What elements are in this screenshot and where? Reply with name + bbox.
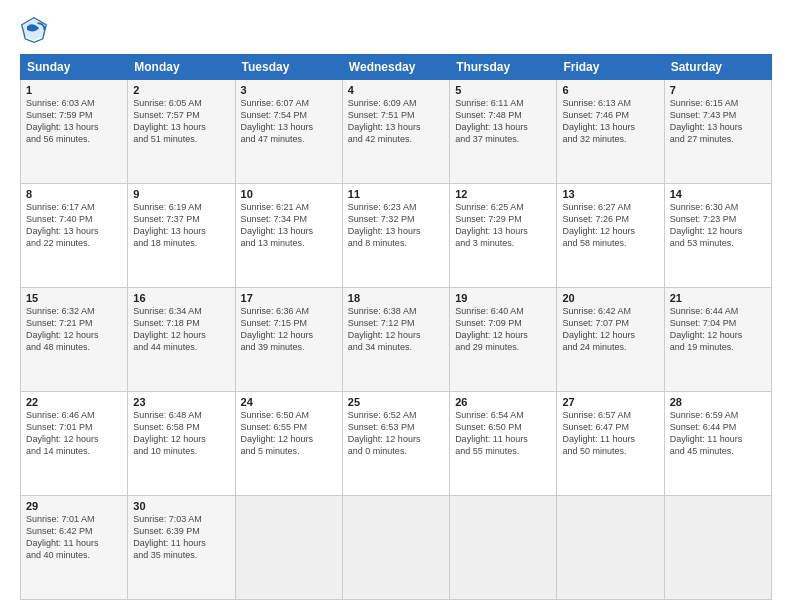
day-number: 29 (26, 500, 122, 512)
day-info: Sunrise: 6:30 AM Sunset: 7:23 PM Dayligh… (670, 201, 766, 250)
day-number: 27 (562, 396, 658, 408)
day-info: Sunrise: 7:03 AM Sunset: 6:39 PM Dayligh… (133, 513, 229, 562)
table-row (557, 496, 664, 600)
table-row: 23Sunrise: 6:48 AM Sunset: 6:58 PM Dayli… (128, 392, 235, 496)
day-info: Sunrise: 6:34 AM Sunset: 7:18 PM Dayligh… (133, 305, 229, 354)
day-number: 17 (241, 292, 337, 304)
day-info: Sunrise: 6:23 AM Sunset: 7:32 PM Dayligh… (348, 201, 444, 250)
table-row: 27Sunrise: 6:57 AM Sunset: 6:47 PM Dayli… (557, 392, 664, 496)
day-info: Sunrise: 6:03 AM Sunset: 7:59 PM Dayligh… (26, 97, 122, 146)
table-row (664, 496, 771, 600)
day-info: Sunrise: 6:09 AM Sunset: 7:51 PM Dayligh… (348, 97, 444, 146)
table-row: 13Sunrise: 6:27 AM Sunset: 7:26 PM Dayli… (557, 184, 664, 288)
day-info: Sunrise: 6:57 AM Sunset: 6:47 PM Dayligh… (562, 409, 658, 458)
col-saturday: Saturday (664, 55, 771, 80)
table-row: 24Sunrise: 6:50 AM Sunset: 6:55 PM Dayli… (235, 392, 342, 496)
day-number: 20 (562, 292, 658, 304)
day-number: 26 (455, 396, 551, 408)
day-number: 22 (26, 396, 122, 408)
day-number: 15 (26, 292, 122, 304)
day-info: Sunrise: 7:01 AM Sunset: 6:42 PM Dayligh… (26, 513, 122, 562)
day-info: Sunrise: 6:38 AM Sunset: 7:12 PM Dayligh… (348, 305, 444, 354)
table-row: 20Sunrise: 6:42 AM Sunset: 7:07 PM Dayli… (557, 288, 664, 392)
table-row: 19Sunrise: 6:40 AM Sunset: 7:09 PM Dayli… (450, 288, 557, 392)
day-info: Sunrise: 6:42 AM Sunset: 7:07 PM Dayligh… (562, 305, 658, 354)
calendar-week-row: 1Sunrise: 6:03 AM Sunset: 7:59 PM Daylig… (21, 80, 772, 184)
table-row: 16Sunrise: 6:34 AM Sunset: 7:18 PM Dayli… (128, 288, 235, 392)
day-number: 1 (26, 84, 122, 96)
day-info: Sunrise: 6:48 AM Sunset: 6:58 PM Dayligh… (133, 409, 229, 458)
table-row: 9Sunrise: 6:19 AM Sunset: 7:37 PM Daylig… (128, 184, 235, 288)
day-number: 21 (670, 292, 766, 304)
day-number: 10 (241, 188, 337, 200)
day-info: Sunrise: 6:46 AM Sunset: 7:01 PM Dayligh… (26, 409, 122, 458)
col-monday: Monday (128, 55, 235, 80)
day-number: 3 (241, 84, 337, 96)
table-row: 28Sunrise: 6:59 AM Sunset: 6:44 PM Dayli… (664, 392, 771, 496)
table-row: 11Sunrise: 6:23 AM Sunset: 7:32 PM Dayli… (342, 184, 449, 288)
table-row (450, 496, 557, 600)
day-number: 25 (348, 396, 444, 408)
day-info: Sunrise: 6:19 AM Sunset: 7:37 PM Dayligh… (133, 201, 229, 250)
col-wednesday: Wednesday (342, 55, 449, 80)
table-row: 6Sunrise: 6:13 AM Sunset: 7:46 PM Daylig… (557, 80, 664, 184)
table-row: 8Sunrise: 6:17 AM Sunset: 7:40 PM Daylig… (21, 184, 128, 288)
table-row: 29Sunrise: 7:01 AM Sunset: 6:42 PM Dayli… (21, 496, 128, 600)
table-row: 25Sunrise: 6:52 AM Sunset: 6:53 PM Dayli… (342, 392, 449, 496)
table-row (342, 496, 449, 600)
day-info: Sunrise: 6:36 AM Sunset: 7:15 PM Dayligh… (241, 305, 337, 354)
table-row: 7Sunrise: 6:15 AM Sunset: 7:43 PM Daylig… (664, 80, 771, 184)
day-number: 5 (455, 84, 551, 96)
day-info: Sunrise: 6:27 AM Sunset: 7:26 PM Dayligh… (562, 201, 658, 250)
day-info: Sunrise: 6:50 AM Sunset: 6:55 PM Dayligh… (241, 409, 337, 458)
day-info: Sunrise: 6:25 AM Sunset: 7:29 PM Dayligh… (455, 201, 551, 250)
day-info: Sunrise: 6:05 AM Sunset: 7:57 PM Dayligh… (133, 97, 229, 146)
table-row: 12Sunrise: 6:25 AM Sunset: 7:29 PM Dayli… (450, 184, 557, 288)
table-row: 4Sunrise: 6:09 AM Sunset: 7:51 PM Daylig… (342, 80, 449, 184)
day-number: 8 (26, 188, 122, 200)
table-row: 21Sunrise: 6:44 AM Sunset: 7:04 PM Dayli… (664, 288, 771, 392)
col-friday: Friday (557, 55, 664, 80)
day-number: 14 (670, 188, 766, 200)
day-number: 16 (133, 292, 229, 304)
col-tuesday: Tuesday (235, 55, 342, 80)
table-row: 15Sunrise: 6:32 AM Sunset: 7:21 PM Dayli… (21, 288, 128, 392)
header (20, 16, 772, 44)
day-info: Sunrise: 6:32 AM Sunset: 7:21 PM Dayligh… (26, 305, 122, 354)
day-number: 30 (133, 500, 229, 512)
day-info: Sunrise: 6:11 AM Sunset: 7:48 PM Dayligh… (455, 97, 551, 146)
day-number: 13 (562, 188, 658, 200)
table-row: 2Sunrise: 6:05 AM Sunset: 7:57 PM Daylig… (128, 80, 235, 184)
table-row: 26Sunrise: 6:54 AM Sunset: 6:50 PM Dayli… (450, 392, 557, 496)
day-info: Sunrise: 6:44 AM Sunset: 7:04 PM Dayligh… (670, 305, 766, 354)
day-number: 6 (562, 84, 658, 96)
table-row: 14Sunrise: 6:30 AM Sunset: 7:23 PM Dayli… (664, 184, 771, 288)
day-number: 9 (133, 188, 229, 200)
day-number: 19 (455, 292, 551, 304)
calendar-week-row: 29Sunrise: 7:01 AM Sunset: 6:42 PM Dayli… (21, 496, 772, 600)
col-sunday: Sunday (21, 55, 128, 80)
day-number: 18 (348, 292, 444, 304)
calendar-week-row: 15Sunrise: 6:32 AM Sunset: 7:21 PM Dayli… (21, 288, 772, 392)
day-info: Sunrise: 6:07 AM Sunset: 7:54 PM Dayligh… (241, 97, 337, 146)
calendar-week-row: 22Sunrise: 6:46 AM Sunset: 7:01 PM Dayli… (21, 392, 772, 496)
day-info: Sunrise: 6:13 AM Sunset: 7:46 PM Dayligh… (562, 97, 658, 146)
day-number: 11 (348, 188, 444, 200)
table-row: 1Sunrise: 6:03 AM Sunset: 7:59 PM Daylig… (21, 80, 128, 184)
logo-icon (20, 16, 48, 44)
day-info: Sunrise: 6:40 AM Sunset: 7:09 PM Dayligh… (455, 305, 551, 354)
calendar-header-row: Sunday Monday Tuesday Wednesday Thursday… (21, 55, 772, 80)
day-number: 23 (133, 396, 229, 408)
day-number: 4 (348, 84, 444, 96)
table-row: 18Sunrise: 6:38 AM Sunset: 7:12 PM Dayli… (342, 288, 449, 392)
col-thursday: Thursday (450, 55, 557, 80)
table-row: 17Sunrise: 6:36 AM Sunset: 7:15 PM Dayli… (235, 288, 342, 392)
day-info: Sunrise: 6:59 AM Sunset: 6:44 PM Dayligh… (670, 409, 766, 458)
table-row: 3Sunrise: 6:07 AM Sunset: 7:54 PM Daylig… (235, 80, 342, 184)
day-number: 12 (455, 188, 551, 200)
day-number: 7 (670, 84, 766, 96)
calendar-table: Sunday Monday Tuesday Wednesday Thursday… (20, 54, 772, 600)
calendar-week-row: 8Sunrise: 6:17 AM Sunset: 7:40 PM Daylig… (21, 184, 772, 288)
day-info: Sunrise: 6:52 AM Sunset: 6:53 PM Dayligh… (348, 409, 444, 458)
table-row: 5Sunrise: 6:11 AM Sunset: 7:48 PM Daylig… (450, 80, 557, 184)
